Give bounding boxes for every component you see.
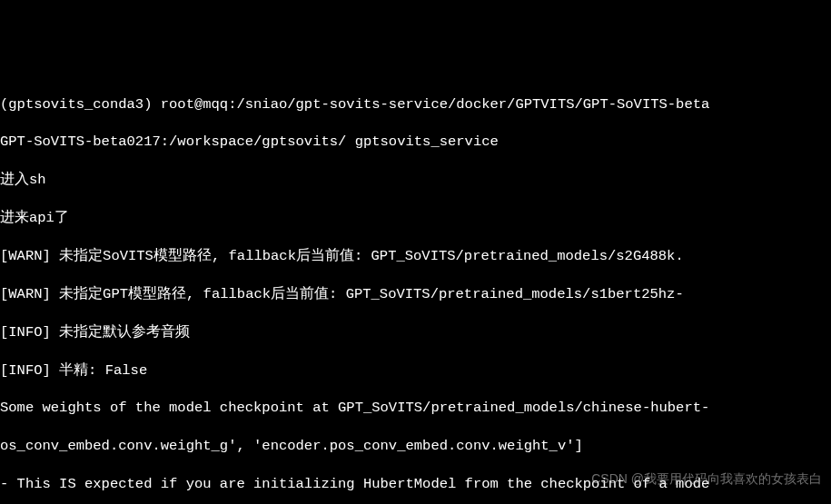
terminal-line: 进入sh [0,171,831,190]
terminal-line: GPT-SoVITS-beta0217:/workspace/gptsovits… [0,133,831,152]
terminal-line: [WARN] 未指定GPT模型路径, fallback后当前值: GPT_SoV… [0,285,831,304]
terminal-line: os_conv_embed.conv.weight_g', 'encoder.p… [0,437,831,456]
terminal-line: [INFO] 未指定默认参考音频 [0,323,831,342]
terminal-output: (gptsovits_conda3) root@mqq:/sniao/gpt-s… [0,76,831,504]
terminal-line: [WARN] 未指定SoVITS模型路径, fallback后当前值: GPT_… [0,247,831,266]
terminal-line: [INFO] 半精: False [0,361,831,380]
csdn-watermark: CSDN @我要用代码向我喜欢的女孩表白 [591,470,822,488]
terminal-line: Some weights of the model checkpoint at … [0,399,831,418]
terminal-line: 进来api了 [0,209,831,228]
terminal-line: (gptsovits_conda3) root@mqq:/sniao/gpt-s… [0,95,831,114]
